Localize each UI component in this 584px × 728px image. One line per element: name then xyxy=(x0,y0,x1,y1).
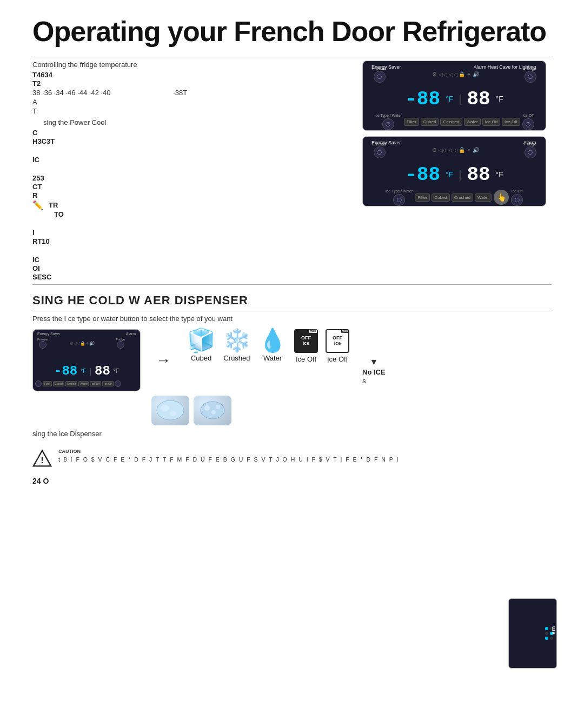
panel1-icons: ⚙ ◁◁ ◁◁ 🔒 ✦ 🔊 xyxy=(432,71,479,77)
panel3-iceoff-btn[interactable] xyxy=(115,380,121,387)
panel2-iceoff-label: Ice Off xyxy=(512,189,523,193)
panel3-iceoff2[interactable]: Ice Off xyxy=(102,381,114,386)
iceoff1-inner: OFFIce xyxy=(301,336,311,346)
panel1-filter-btn[interactable]: Filter xyxy=(404,118,419,126)
panel3-icons: ⚙◁◁🔒✦🔊 xyxy=(70,341,95,346)
panel1-iceoff-label: Ice Off xyxy=(522,113,534,117)
iceoff2-box: OFFIce OFF xyxy=(326,329,349,353)
panel2-crushed-btn[interactable]: Crushed xyxy=(452,193,473,202)
panel1-crushed-btn[interactable]: Crushed xyxy=(440,118,462,126)
svg-point-6 xyxy=(216,405,220,409)
ice-type-iceoff2: OFFIce OFF Ice Off xyxy=(326,329,349,363)
panel2-freezer-btn[interactable]: ◯ xyxy=(374,146,386,158)
divider-section2 xyxy=(32,284,552,285)
caution-row: ! CAUTION t 8 I F O $ V C F E * D F J T … xyxy=(32,449,552,468)
panel1-freezer-btn[interactable]: ◯ xyxy=(374,71,386,83)
section2-header: SING HE COLD W AER DISPENSER xyxy=(32,293,552,308)
oi-label: OI xyxy=(32,264,346,272)
svg-point-4 xyxy=(204,405,210,411)
crushed-icon: ❄️ xyxy=(223,329,251,352)
rt10-label: RT10 xyxy=(32,237,346,245)
fridge-temp-section: Controlling the fridge temperature T4634… xyxy=(32,61,552,281)
iceoff1-label: Ice Off xyxy=(296,355,316,363)
svg-point-0 xyxy=(157,400,184,420)
iceoff1-badge: OFF xyxy=(309,330,317,333)
panel1-alarm: Alarm Heat Cave for Lighting xyxy=(474,64,536,70)
panel3-display: -88 °F | 88 °F xyxy=(33,364,140,378)
panel2-water-btn[interactable]: Water xyxy=(475,193,492,202)
panel1-fridge-f: °F xyxy=(496,95,503,103)
panel3-crafted[interactable]: Crafted xyxy=(65,381,77,386)
panel3-water[interactable]: Water xyxy=(78,381,89,386)
panel1-cubed-btn[interactable]: Cubed xyxy=(421,118,439,126)
panel2-ice-label: Ice Type / Water xyxy=(386,189,413,193)
panel2-freeze-temp: -88 xyxy=(405,164,440,186)
using-ice-caption: sing the ice Dispenser xyxy=(32,430,552,438)
ice-image-1 xyxy=(151,396,189,425)
divider-section2b xyxy=(32,311,552,311)
panel1-fridge-temp: 88 xyxy=(467,88,490,110)
ice-type-water: 💧 Water xyxy=(258,329,287,362)
panel3-freeze-temp: -88 xyxy=(54,364,77,378)
panel2-cubed-btn[interactable]: Cubed xyxy=(432,193,450,202)
ic-label: IC xyxy=(32,156,346,164)
temp-range-left: 38 ·36 ·34 ·46 ·44 ·42 ·40 xyxy=(32,89,111,97)
panel3-ice-btn[interactable] xyxy=(35,380,42,387)
ct-label: CT xyxy=(32,183,346,191)
page-number: 24 O xyxy=(32,477,552,485)
panel2-fridge-btn[interactable]: ◯ xyxy=(525,146,536,158)
num-253: 253 xyxy=(32,174,346,182)
water-label: Water xyxy=(263,354,282,362)
panel2-filter-btn[interactable]: Filter xyxy=(415,193,430,202)
cubed-icon: 🧊 xyxy=(187,329,215,352)
dispenser-section: SING HE COLD W AER DISPENSER Press the I… xyxy=(32,293,552,438)
panel3-alarm: Alarm xyxy=(126,332,136,336)
panel1-water-btn[interactable]: Water xyxy=(464,118,481,126)
panel3-cubed[interactable]: Cubed xyxy=(53,381,64,386)
r-label: R xyxy=(32,191,346,199)
panel1-iceoff1-btn[interactable]: Ice Off xyxy=(482,118,500,126)
panel1-ice-label: Ice Type / Water xyxy=(374,113,402,117)
svg-point-3 xyxy=(201,402,224,419)
cubed-label: Cubed xyxy=(191,354,211,362)
h3c3t-label: H3C3T xyxy=(32,137,346,145)
dot-5 xyxy=(545,637,548,640)
panel1-iceoff-btn[interactable]: ◯ xyxy=(522,118,534,130)
dot-6 xyxy=(550,637,553,640)
svg-point-1 xyxy=(161,405,169,411)
panel3-iceoff1[interactable]: Ice Off xyxy=(90,381,101,386)
caution-label: CAUTION xyxy=(58,449,400,454)
panel1-iceoff2-btn[interactable]: Ice Off xyxy=(502,118,520,126)
panel1-freeze-f: °F xyxy=(446,95,453,103)
arrow-down-noice: ▼ xyxy=(362,357,386,367)
ice-type-iceoff1: OFFIce OFF Ice Off xyxy=(294,329,318,363)
temp-38t: ·38T xyxy=(173,89,187,97)
panel3-freezer-btn[interactable] xyxy=(39,341,47,349)
panel3-fridge-f: °F xyxy=(114,368,119,374)
panel3-sep: | xyxy=(89,367,91,376)
panel3-fridge-btn[interactable] xyxy=(117,341,124,349)
divider-top xyxy=(32,57,552,57)
tr-label: TR xyxy=(49,201,58,209)
ice-image-2 xyxy=(194,396,231,425)
control-panel-2: Energy Saver Alarm Freezer ◯ ⚙ ◁◁ ◁◁ 🔒 ✦… xyxy=(362,136,546,206)
no-ice-label: No ICE xyxy=(362,368,386,376)
panel1-fridge-btn[interactable]: ◯ xyxy=(525,71,536,83)
dispenser-row: Energy Saver Alarm Freezer ⚙◁◁🔒✦🔊 Fridge… xyxy=(32,329,552,391)
code-t2: T2 xyxy=(32,79,346,88)
svg-point-5 xyxy=(211,410,216,415)
panel2-bottom-btns: Filter Cubed Crushed Water xyxy=(415,193,492,202)
iceoff2-inner: OFFIce xyxy=(333,336,342,346)
panel-dots xyxy=(509,627,556,640)
panel1-top-labels: Energy Saver Alarm Heat Cave for Lightin… xyxy=(371,64,536,70)
temp-range-row: 38 ·36 ·34 ·46 ·44 ·42 ·40 ·38T xyxy=(32,89,346,97)
iceoff2-badge: OFF xyxy=(341,330,349,333)
c-label: C xyxy=(32,129,346,137)
panel2-alarm: Alarm xyxy=(523,140,536,145)
caution-text: t 8 I F O $ V C F E * D F J T T F M F D … xyxy=(58,455,400,464)
i-label: I xyxy=(32,229,346,237)
panel2-ice-btn[interactable]: ◯ xyxy=(393,194,405,206)
panel3-filter[interactable]: Filter xyxy=(43,381,52,386)
panel1-ice-btn[interactable]: ◯ xyxy=(382,118,394,130)
panel2-iceoff-btn[interactable]: ◯ xyxy=(511,194,523,206)
